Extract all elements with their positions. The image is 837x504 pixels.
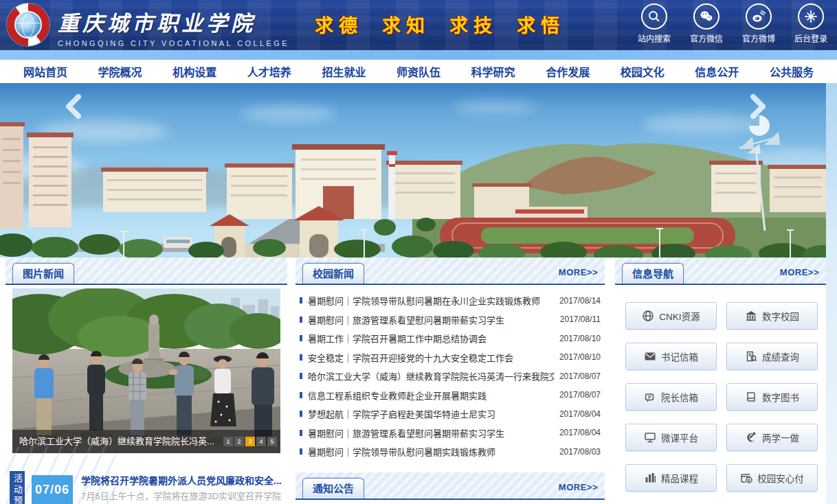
pager-item[interactable]: 4 — [256, 437, 266, 446]
bullet-icon — [300, 373, 302, 379]
campus-pay-icon: ¥ — [740, 472, 752, 484]
info-btn-campus-pay[interactable]: ¥ 校园安心付 — [726, 464, 818, 492]
nav-item-research[interactable]: 科学研究 — [471, 63, 515, 80]
globe-emblem-icon — [14, 11, 42, 38]
info-btn-label: 两学一做 — [762, 431, 799, 444]
grade-search-icon — [745, 350, 757, 363]
site-title-en: CHONGQING CITY VOCATIONAL COLLEGE — [58, 39, 289, 47]
news-title: 信息工程系组织专业教师赴企业开展暑期实践 — [308, 389, 554, 402]
info-btn-cnki[interactable]: CNKI资源 — [625, 302, 717, 330]
monitor-icon — [644, 431, 656, 444]
photo-news-section: 图片新闻 — [5, 257, 287, 504]
pager-item[interactable]: 5 — [267, 437, 277, 446]
nav-item-public-service[interactable]: 公共服务 — [770, 63, 814, 80]
header-divider-strip — [0, 50, 837, 60]
svg-text:P: P — [648, 395, 651, 400]
news-item[interactable]: 梦想起航｜学院学子启程赴美国华特迪士尼实习2017/08/04 — [300, 404, 601, 424]
news-title: 暑期慰问｜学院领导带队慰问暑期实践锻炼教师 — [308, 445, 554, 458]
info-btn-secretary-mailbox[interactable]: 书记信箱 — [625, 343, 717, 370]
campus-news-more-link[interactable]: MORE>> — [559, 267, 598, 277]
banner-prev-arrow[interactable] — [62, 93, 85, 120]
info-btn-president-mailbox[interactable]: P 院长信箱 — [625, 383, 717, 411]
nav-item-talent-training[interactable]: 人才培养 — [247, 63, 291, 80]
pager-item[interactable]: 2 — [234, 437, 244, 446]
info-btn-label: 精品课程 — [661, 471, 698, 485]
news-item[interactable]: 暑期慰问｜旅游管理系看望慰问暑期带薪实习学生2017/08/04 — [300, 424, 601, 443]
news-date: 2017/08/04 — [559, 409, 601, 419]
party-emblem-icon — [745, 431, 757, 444]
weibo-icon — [746, 3, 772, 30]
info-btn-label: 院长信箱 — [661, 390, 698, 404]
info-btn-digital-books[interactable]: 数字图书 — [726, 383, 818, 411]
info-btn-label: 成绩查询 — [762, 350, 799, 363]
info-nav-more-link[interactable]: MORE>> — [780, 267, 819, 277]
info-btn-grade-query[interactable]: 成绩查询 — [726, 343, 818, 370]
nav-item-info-disclosure[interactable]: 信息公开 — [695, 63, 739, 80]
news-title: 暑期慰问｜学院领导带队慰问暑期在永川企业实践锻炼教师 — [308, 294, 554, 307]
admin-login-link[interactable]: 后台登录 — [789, 3, 833, 44]
news-date: 2017/08/10 — [559, 334, 601, 343]
news-title: 安全稳定｜学院召开迎接党的十九大安全稳定工作会 — [308, 351, 554, 364]
campus-panorama-image — [0, 83, 826, 257]
info-btn-label: 微课平台 — [661, 431, 698, 444]
news-date: 2017/08/10 — [559, 352, 601, 362]
info-nav-grid: CNKI资源 数字校园 书记信箱 成绩查询 P 院长信箱 数字图书 — [625, 302, 818, 492]
info-btn-label: 数字校园 — [762, 309, 799, 323]
news-item[interactable]: 安全稳定｜学院召开迎接党的十九大安全稳定工作会2017/08/10 — [300, 348, 601, 367]
info-btn-micro-course[interactable]: 微课平台 — [625, 424, 717, 451]
official-weibo-link[interactable]: 官方微博 — [737, 3, 781, 44]
bullet-icon — [300, 448, 302, 455]
quick-links: 站内搜索 官方微信 官方微博 后台登录 — [632, 3, 833, 44]
nav-item-organization[interactable]: 机构设置 — [172, 63, 216, 80]
news-item[interactable]: 哈尔滨工业大学（威海）继续教育学院院长冯英涛一行来我院交流学2017/08/07 — [300, 367, 601, 386]
nav-item-faculty[interactable]: 师资队伍 — [397, 63, 440, 80]
info-btn-label: CNKI资源 — [659, 309, 700, 323]
news-item[interactable]: 暑期慰问｜旅游管理系看望慰问暑期带薪实习学生2017/08/11 — [300, 310, 601, 330]
site-logo[interactable]: 重庆城市职业学院 CHONGQING CITY VOCATIONAL COLLE… — [7, 3, 289, 47]
bullet-icon — [300, 392, 302, 398]
pager-item[interactable]: 1 — [223, 437, 233, 446]
nav-item-cooperation[interactable]: 合作发展 — [546, 63, 590, 80]
campus-news-header: 校园新闻 MORE>> — [295, 257, 605, 285]
photo-pager: 1 2 3 4 5 — [223, 437, 277, 446]
notices-more-link[interactable]: MORE>> — [559, 482, 598, 492]
nav-item-overview[interactable]: 学院概况 — [98, 63, 142, 80]
quick-link-label: 后台登录 — [789, 32, 833, 44]
tab-notices[interactable]: 通知公告 — [302, 478, 364, 499]
page: 重庆城市职业学院 CHONGQING CITY VOCATIONAL COLLE… — [0, 0, 837, 504]
group-photo-illustration — [12, 288, 280, 453]
news-date: 2017/08/07 — [559, 371, 601, 381]
tab-info-nav[interactable]: 信息导航 — [622, 263, 684, 284]
nav-item-campus-culture[interactable]: 校园文化 — [621, 63, 665, 80]
banner-next-arrow[interactable] — [746, 93, 770, 120]
info-btn-digital-campus[interactable]: 数字校园 — [726, 302, 818, 330]
tab-campus-news[interactable]: 校园新闻 — [302, 263, 364, 284]
tab-photo-news[interactable]: 图片新闻 — [12, 263, 74, 284]
nav-item-admissions[interactable]: 招生就业 — [322, 63, 366, 80]
pager-item-active[interactable]: 3 — [245, 437, 255, 446]
activity-preview: 活动预告 07/06 学院将召开学院暑期外派人员党风廉政和安全... 7月6日上… — [5, 469, 287, 504]
courses-chart-icon — [644, 472, 656, 484]
news-item[interactable]: 暑期慰问｜学院领导带队慰问暑期实践锻炼教师2017/08/03 — [300, 442, 601, 461]
bullet-icon — [300, 411, 302, 417]
campus-news-section: 校园新闻 MORE>> 暑期慰问｜学院领导带队慰问暑期在永川企业实践锻炼教师20… — [295, 257, 605, 504]
motto-word: 求悟 — [517, 11, 565, 38]
page-right-margin — [826, 83, 837, 504]
photo-news-image[interactable]: 哈尔滨工业大学（威海）继续教育学院院长冯英... 1 2 3 4 5 — [12, 288, 280, 453]
site-search-link[interactable]: 站内搜索 — [632, 3, 676, 44]
info-nav-header: 信息导航 MORE>> — [615, 257, 826, 285]
news-item[interactable]: 暑期慰问｜学院领导带队慰问暑期在永川企业实践锻炼教师2017/08/14 — [300, 291, 601, 310]
news-item[interactable]: 暑期工作｜学院召开暑期工作中期总结协调会2017/08/10 — [300, 329, 601, 348]
info-btn-party-learning[interactable]: 两学一做 — [726, 424, 818, 451]
motto-word: 求德 — [315, 11, 363, 38]
news-date: 2017/08/11 — [560, 314, 601, 324]
official-wechat-link[interactable]: 官方微信 — [684, 3, 728, 44]
news-item[interactable]: 信息工程系组织专业教师赴企业开展暑期实践2017/08/07 — [300, 386, 601, 405]
nav-item-home[interactable]: 网站首页 — [23, 63, 67, 80]
campus-panorama-banner[interactable] — [0, 83, 826, 257]
photo-news-header: 图片新闻 — [5, 257, 287, 285]
info-btn-quality-courses[interactable]: 精品课程 — [625, 464, 717, 492]
site-title-cn: 重庆城市职业学院 — [58, 6, 289, 37]
news-title: 暑期慰问｜旅游管理系看望慰问暑期带薪实习学生 — [308, 313, 555, 326]
activity-title[interactable]: 学院将召开学院暑期外派人员党风廉政和安全... — [81, 473, 284, 487]
